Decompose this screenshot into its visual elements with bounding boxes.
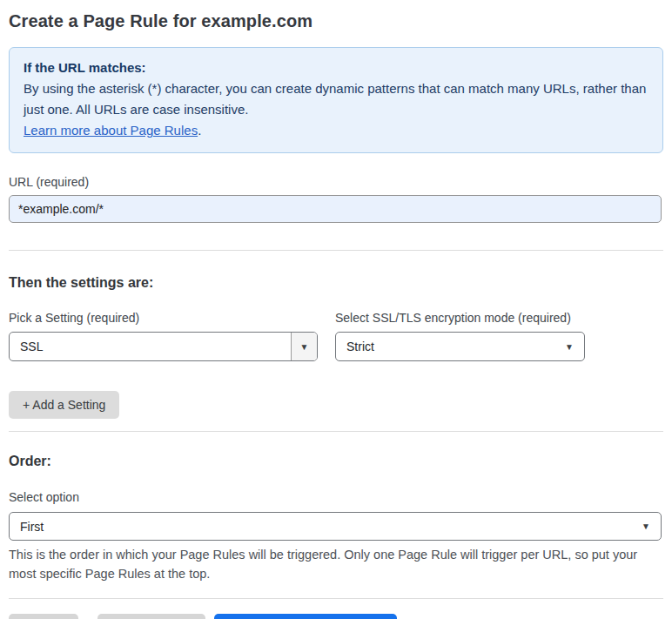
mode-select-group: Select SSL/TLS encryption mode (required… [335, 311, 585, 361]
divider [9, 250, 663, 251]
info-box-body: By using the asterisk (*) character, you… [24, 78, 648, 120]
setting-select-value: SSL [10, 340, 291, 353]
create-page-rule-panel: Create a Page Rule for example.com If th… [0, 0, 672, 619]
setting-select-label: Pick a Setting (required) [9, 311, 318, 326]
chevron-down-icon: ▼ [291, 333, 317, 360]
link-suffix: . [198, 123, 201, 138]
setting-select-group: Pick a Setting (required) SSL ▼ [9, 311, 318, 361]
divider [9, 431, 663, 432]
settings-section-heading: Then the settings are: [9, 274, 663, 291]
url-input[interactable] [9, 195, 662, 223]
save-as-draft-button[interactable]: Save as Draft [97, 614, 206, 619]
info-box-heading: If the URL matches: [24, 57, 648, 78]
order-select[interactable]: First ▼ [9, 512, 662, 541]
footer-action-bar: Cancel Save as Draft Save and Deploy Pag… [9, 614, 663, 619]
setting-select[interactable]: SSL ▼ [9, 332, 318, 361]
chevron-down-icon: ▼ [636, 521, 655, 531]
order-help-text: This is the order in which your Page Rul… [9, 545, 660, 583]
divider [9, 598, 663, 599]
settings-row: Pick a Setting (required) SSL ▼ Select S… [9, 311, 663, 361]
add-setting-button[interactable]: + Add a Setting [9, 391, 119, 419]
mode-select-value: Strict [336, 340, 560, 353]
save-and-deploy-button[interactable]: Save and Deploy Page Rule [214, 614, 397, 619]
page-title: Create a Page Rule for example.com [9, 9, 663, 33]
ssl-mode-select[interactable]: Strict ▼ [335, 332, 585, 361]
mode-select-label: Select SSL/TLS encryption mode (required… [335, 311, 585, 326]
order-select-value: First [10, 520, 636, 534]
learn-more-link[interactable]: Learn more about Page Rules [24, 123, 198, 138]
cancel-button[interactable]: Cancel [9, 614, 78, 619]
chevron-down-icon: ▼ [560, 342, 579, 352]
info-box-link-line: Learn more about Page Rules. [24, 120, 648, 141]
order-select-label: Select option [9, 490, 663, 505]
order-section-heading: Order: [9, 453, 663, 469]
url-match-info-box: If the URL matches: By using the asteris… [9, 47, 663, 153]
url-field-label: URL (required) [9, 175, 663, 190]
